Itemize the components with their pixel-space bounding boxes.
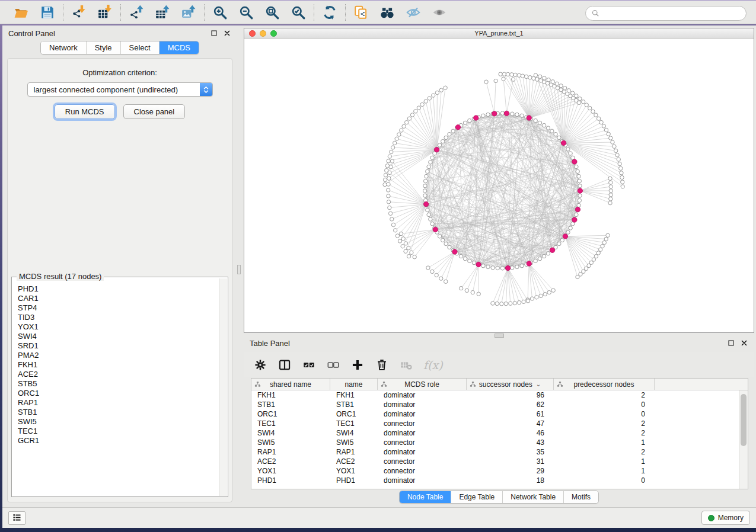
mcds-result-item[interactable]: TEC1	[18, 427, 218, 436]
mcds-result-list[interactable]: PHD1CAR1STP4TID3YOX1SWI4SRD1PMA2FKH1ACE2…	[12, 278, 218, 496]
mcds-result-item[interactable]: YOX1	[18, 322, 218, 332]
column-header-name[interactable]: name	[330, 379, 378, 390]
float-panel-icon[interactable]	[210, 29, 218, 37]
table-row[interactable]: PHD1PHD1dominator180	[251, 476, 739, 485]
mcds-result-item[interactable]: FKH1	[18, 360, 218, 370]
network-canvas[interactable]	[244, 39, 754, 332]
table-scrollbar[interactable]	[739, 390, 748, 489]
cell-predecessor-nodes: 0	[554, 476, 655, 485]
table-panel: Table Panel f(x) shared namenameMCDS rol…	[244, 335, 754, 507]
mcds-result-item[interactable]: RAP1	[18, 398, 218, 408]
table-row[interactable]: ORC1ORC1dominator610	[251, 409, 739, 419]
main-toolbar	[0, 0, 756, 24]
tab-edge-table[interactable]: Edge Table	[451, 491, 502, 503]
search-box[interactable]	[585, 6, 747, 21]
hide-selected-icon[interactable]	[405, 4, 422, 21]
close-panel-button[interactable]: Close panel	[123, 104, 186, 119]
scrollbar-thumb[interactable]	[741, 394, 747, 446]
mcds-result-item[interactable]: TID3	[18, 313, 218, 322]
export-network-icon[interactable]	[128, 4, 145, 21]
table-settings-gear-icon[interactable]	[253, 358, 267, 372]
mcds-result-item[interactable]: ORC1	[18, 389, 218, 398]
import-table-icon[interactable]	[97, 4, 113, 21]
tab-select[interactable]: Select	[120, 41, 159, 54]
mcds-result-item[interactable]: PHD1	[18, 284, 218, 294]
clone-network-icon[interactable]	[353, 4, 369, 21]
column-header-predecessor-nodes[interactable]: predecessor nodes	[554, 379, 655, 390]
cell-MCDS-role: connector	[378, 419, 467, 428]
tab-network[interactable]: Network	[41, 41, 86, 54]
column-layout-icon[interactable]	[277, 358, 292, 372]
mcds-result-item[interactable]: STP4	[18, 303, 218, 313]
deselect-all-rows-icon[interactable]	[326, 358, 340, 372]
search-input[interactable]	[601, 9, 737, 18]
refresh-layout-icon[interactable]	[321, 4, 338, 21]
table-toolbar: f(x)	[244, 352, 754, 377]
cell-successor-nodes: 96	[467, 391, 554, 399]
float-table-panel-icon[interactable]	[727, 339, 735, 347]
cell-successor-nodes: 18	[467, 476, 554, 485]
column-header-shared-name[interactable]: shared name	[251, 379, 330, 390]
zoom-out-icon[interactable]	[238, 4, 254, 21]
table-row[interactable]: STB1STB1dominator620	[251, 400, 739, 409]
open-session-icon[interactable]	[13, 4, 30, 21]
tab-motifs[interactable]: Motifs	[563, 491, 598, 503]
export-table-icon[interactable]	[154, 4, 171, 21]
column-header-MCDS-role[interactable]: MCDS role	[378, 379, 467, 390]
mcds-result-item[interactable]: STB5	[18, 379, 218, 389]
mcds-result-item[interactable]: PMA2	[18, 351, 218, 360]
zoom-fit-icon[interactable]	[264, 4, 280, 21]
memory-button[interactable]: Memory	[701, 511, 750, 525]
save-session-icon[interactable]	[39, 4, 56, 21]
criterion-select[interactable]: largest connected component (undirected)	[27, 82, 213, 97]
sort-descending-icon[interactable]: ⌄	[536, 381, 541, 387]
tab-mcds[interactable]: MCDS	[159, 41, 199, 54]
add-column-icon[interactable]	[350, 358, 365, 372]
mcds-result-item[interactable]: GCR1	[18, 436, 218, 446]
table-row[interactable]: ACE2ACE2connector311	[251, 457, 739, 466]
tab-network-table[interactable]: Network Table	[502, 491, 563, 503]
zoom-selected-icon[interactable]	[290, 4, 307, 21]
tree-icon	[381, 381, 387, 389]
cell-successor-nodes: 43	[467, 438, 554, 447]
select-all-rows-icon[interactable]	[302, 358, 316, 372]
panel-splitter[interactable]	[237, 25, 241, 507]
network-window-titlebar[interactable]: YPA_prune.txt_1	[244, 28, 754, 39]
splitter-handle-icon[interactable]	[237, 265, 241, 274]
result-scrollbar[interactable]	[219, 278, 227, 496]
mcds-result-item[interactable]: SWI4	[18, 332, 218, 341]
optimization-criterion-label: Optimization criterion:	[8, 68, 232, 77]
delete-column-icon[interactable]	[375, 358, 389, 372]
close-table-panel-icon[interactable]	[740, 339, 748, 347]
import-network-icon[interactable]	[71, 4, 87, 21]
task-history-button[interactable]	[8, 511, 25, 525]
tab-node-table[interactable]: Node Table	[400, 491, 451, 503]
mcds-result-item[interactable]: ACE2	[18, 370, 218, 379]
export-image-icon[interactable]	[180, 4, 197, 21]
cell-name: RAP1	[330, 448, 378, 456]
table-row[interactable]: TEC1TEC1connector472	[251, 419, 739, 428]
task-list-icon	[12, 512, 22, 524]
mcds-result-item[interactable]: CAR1	[18, 294, 218, 303]
table-row[interactable]: SWI4SWI4dominator462	[251, 428, 739, 438]
show-all-icon[interactable]	[431, 4, 448, 21]
cell-predecessor-nodes: 2	[554, 419, 655, 428]
network-graph[interactable]	[244, 39, 754, 332]
mcds-result-item[interactable]: STB1	[18, 408, 218, 417]
run-mcds-button[interactable]: Run MCDS	[55, 104, 115, 119]
cell-predecessor-nodes: 2	[554, 391, 655, 399]
cell-MCDS-role: dominator	[378, 448, 467, 456]
table-row[interactable]: SWI5SWI5connector431	[251, 438, 739, 447]
zoom-in-icon[interactable]	[212, 4, 228, 21]
mcds-result-item[interactable]: SWI5	[18, 417, 218, 427]
memory-status-icon	[708, 515, 714, 521]
close-panel-icon[interactable]	[223, 29, 231, 37]
tab-style[interactable]: Style	[86, 41, 120, 54]
table-row[interactable]: RAP1RAP1dominator352	[251, 447, 739, 457]
column-header-successor-nodes[interactable]: successor nodes⌄	[467, 379, 554, 390]
table-splitter-handle-icon[interactable]	[495, 334, 504, 338]
table-row[interactable]: FKH1FKH1dominator962	[251, 390, 739, 400]
table-row[interactable]: YOX1YOX1connector291	[251, 466, 739, 476]
search-binoculars-icon[interactable]	[379, 4, 395, 21]
mcds-result-item[interactable]: SRD1	[18, 341, 218, 351]
